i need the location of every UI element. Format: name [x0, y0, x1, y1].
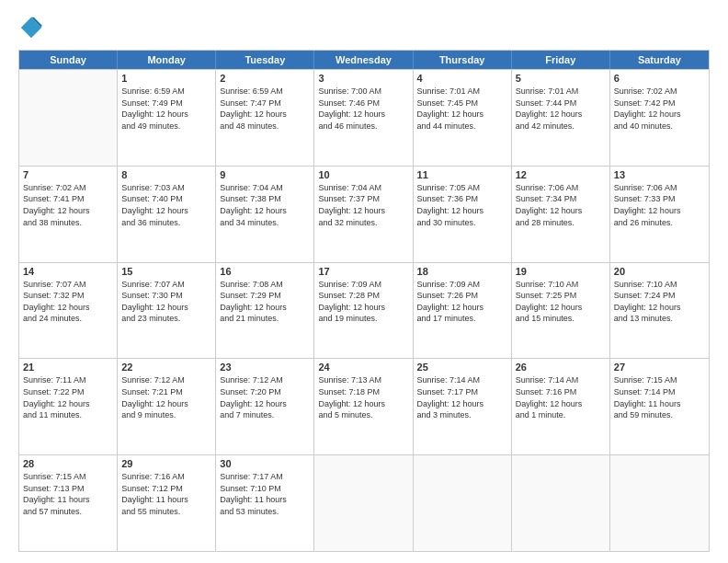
day-info: Sunrise: 7:02 AM Sunset: 7:42 PM Dayligh…	[614, 86, 705, 132]
day-info: Sunrise: 7:07 AM Sunset: 7:32 PM Dayligh…	[23, 279, 113, 325]
calendar-cell: 23Sunrise: 7:12 AM Sunset: 7:20 PM Dayli…	[216, 359, 314, 454]
day-info: Sunrise: 7:06 AM Sunset: 7:33 PM Dayligh…	[614, 182, 705, 228]
calendar-cell: 28Sunrise: 7:15 AM Sunset: 7:13 PM Dayli…	[19, 455, 118, 551]
day-info: Sunrise: 7:08 AM Sunset: 7:29 PM Dayligh…	[220, 279, 310, 325]
day-number: 30	[220, 458, 310, 469]
calendar-day-header: Sunday	[19, 51, 118, 69]
day-number: 29	[121, 458, 211, 469]
page: SundayMondayTuesdayWednesdayThursdayFrid…	[0, 0, 728, 563]
day-number: 11	[417, 169, 507, 180]
calendar-day-header: Monday	[118, 51, 216, 69]
calendar-cell: 13Sunrise: 7:06 AM Sunset: 7:33 PM Dayli…	[610, 167, 709, 262]
calendar-cell: 17Sunrise: 7:09 AM Sunset: 7:28 PM Dayli…	[314, 263, 413, 359]
day-number: 14	[23, 266, 113, 277]
day-info: Sunrise: 7:01 AM Sunset: 7:44 PM Dayligh…	[516, 86, 606, 132]
day-number: 19	[516, 266, 606, 277]
calendar-day-header: Friday	[512, 51, 610, 69]
calendar-cell: 8Sunrise: 7:03 AM Sunset: 7:40 PM Daylig…	[118, 167, 216, 262]
calendar-cell	[314, 455, 413, 551]
calendar-header: SundayMondayTuesdayWednesdayThursdayFrid…	[19, 51, 709, 69]
calendar-cell: 1Sunrise: 6:59 AM Sunset: 7:49 PM Daylig…	[118, 70, 216, 166]
day-info: Sunrise: 6:59 AM Sunset: 7:49 PM Dayligh…	[121, 86, 211, 132]
calendar-cell: 22Sunrise: 7:12 AM Sunset: 7:21 PM Dayli…	[118, 359, 216, 454]
day-number: 9	[220, 169, 310, 180]
day-info: Sunrise: 7:10 AM Sunset: 7:24 PM Dayligh…	[614, 279, 705, 325]
day-info: Sunrise: 7:09 AM Sunset: 7:28 PM Dayligh…	[318, 279, 408, 325]
day-number: 3	[318, 73, 408, 84]
day-info: Sunrise: 7:11 AM Sunset: 7:22 PM Dayligh…	[23, 374, 113, 420]
calendar-day-header: Thursday	[414, 51, 512, 69]
calendar-cell: 14Sunrise: 7:07 AM Sunset: 7:32 PM Dayli…	[19, 263, 118, 359]
day-number: 15	[121, 266, 211, 277]
day-info: Sunrise: 7:02 AM Sunset: 7:41 PM Dayligh…	[23, 182, 113, 228]
calendar-week: 1Sunrise: 6:59 AM Sunset: 7:49 PM Daylig…	[19, 69, 709, 166]
calendar-cell: 9Sunrise: 7:04 AM Sunset: 7:38 PM Daylig…	[216, 167, 314, 262]
day-number: 10	[318, 169, 408, 180]
day-info: Sunrise: 7:12 AM Sunset: 7:21 PM Dayligh…	[121, 374, 211, 420]
calendar-cell: 27Sunrise: 7:15 AM Sunset: 7:14 PM Dayli…	[610, 359, 709, 454]
day-info: Sunrise: 7:04 AM Sunset: 7:37 PM Dayligh…	[318, 182, 408, 228]
day-info: Sunrise: 7:15 AM Sunset: 7:14 PM Dayligh…	[614, 374, 705, 420]
day-number: 28	[23, 458, 113, 469]
calendar-day-header: Wednesday	[314, 51, 413, 69]
header	[18, 15, 710, 40]
calendar-body: 1Sunrise: 6:59 AM Sunset: 7:49 PM Daylig…	[19, 69, 709, 551]
calendar-cell: 2Sunrise: 6:59 AM Sunset: 7:47 PM Daylig…	[216, 70, 314, 166]
day-number: 20	[614, 266, 705, 277]
calendar-cell: 21Sunrise: 7:11 AM Sunset: 7:22 PM Dayli…	[19, 359, 118, 454]
day-info: Sunrise: 7:17 AM Sunset: 7:10 PM Dayligh…	[220, 471, 310, 517]
calendar-cell: 7Sunrise: 7:02 AM Sunset: 7:41 PM Daylig…	[19, 167, 118, 262]
calendar-cell: 10Sunrise: 7:04 AM Sunset: 7:37 PM Dayli…	[314, 167, 413, 262]
day-number: 27	[614, 362, 705, 373]
calendar-cell: 4Sunrise: 7:01 AM Sunset: 7:45 PM Daylig…	[414, 70, 512, 166]
day-number: 21	[23, 362, 113, 373]
day-info: Sunrise: 7:16 AM Sunset: 7:12 PM Dayligh…	[121, 471, 211, 517]
calendar-week: 7Sunrise: 7:02 AM Sunset: 7:41 PM Daylig…	[19, 166, 709, 262]
day-number: 7	[23, 169, 113, 180]
calendar-cell	[512, 455, 610, 551]
calendar-cell: 11Sunrise: 7:05 AM Sunset: 7:36 PM Dayli…	[414, 167, 512, 262]
day-number: 18	[417, 266, 507, 277]
calendar-cell: 16Sunrise: 7:08 AM Sunset: 7:29 PM Dayli…	[216, 263, 314, 359]
calendar-day-header: Saturday	[610, 51, 709, 69]
calendar-cell: 3Sunrise: 7:00 AM Sunset: 7:46 PM Daylig…	[314, 70, 413, 166]
day-info: Sunrise: 7:04 AM Sunset: 7:38 PM Dayligh…	[220, 182, 310, 228]
day-number: 1	[121, 73, 211, 84]
day-info: Sunrise: 7:06 AM Sunset: 7:34 PM Dayligh…	[516, 182, 606, 228]
calendar-cell: 26Sunrise: 7:14 AM Sunset: 7:16 PM Dayli…	[512, 359, 610, 454]
logo-icon	[18, 15, 44, 40]
calendar-cell	[414, 455, 512, 551]
calendar-cell: 15Sunrise: 7:07 AM Sunset: 7:30 PM Dayli…	[118, 263, 216, 359]
calendar-cell: 18Sunrise: 7:09 AM Sunset: 7:26 PM Dayli…	[414, 263, 512, 359]
day-info: Sunrise: 7:09 AM Sunset: 7:26 PM Dayligh…	[417, 279, 507, 325]
calendar-cell: 5Sunrise: 7:01 AM Sunset: 7:44 PM Daylig…	[512, 70, 610, 166]
calendar-cell: 12Sunrise: 7:06 AM Sunset: 7:34 PM Dayli…	[512, 167, 610, 262]
day-info: Sunrise: 7:05 AM Sunset: 7:36 PM Dayligh…	[417, 182, 507, 228]
day-number: 17	[318, 266, 408, 277]
day-number: 8	[121, 169, 211, 180]
day-info: Sunrise: 7:01 AM Sunset: 7:45 PM Dayligh…	[417, 86, 507, 132]
calendar-cell: 24Sunrise: 7:13 AM Sunset: 7:18 PM Dayli…	[314, 359, 413, 454]
day-number: 13	[614, 169, 705, 180]
calendar-cell: 30Sunrise: 7:17 AM Sunset: 7:10 PM Dayli…	[216, 455, 314, 551]
day-info: Sunrise: 7:12 AM Sunset: 7:20 PM Dayligh…	[220, 374, 310, 420]
calendar-day-header: Tuesday	[216, 51, 314, 69]
day-number: 24	[318, 362, 408, 373]
day-info: Sunrise: 7:13 AM Sunset: 7:18 PM Dayligh…	[318, 374, 408, 420]
day-number: 6	[614, 73, 705, 84]
calendar-week: 14Sunrise: 7:07 AM Sunset: 7:32 PM Dayli…	[19, 262, 709, 359]
day-info: Sunrise: 7:14 AM Sunset: 7:16 PM Dayligh…	[516, 374, 606, 420]
calendar: SundayMondayTuesdayWednesdayThursdayFrid…	[18, 50, 710, 552]
day-info: Sunrise: 7:15 AM Sunset: 7:13 PM Dayligh…	[23, 471, 113, 517]
day-number: 12	[516, 169, 606, 180]
calendar-cell: 6Sunrise: 7:02 AM Sunset: 7:42 PM Daylig…	[610, 70, 709, 166]
calendar-cell	[610, 455, 709, 551]
day-info: Sunrise: 7:03 AM Sunset: 7:40 PM Dayligh…	[121, 182, 211, 228]
calendar-cell: 19Sunrise: 7:10 AM Sunset: 7:25 PM Dayli…	[512, 263, 610, 359]
day-number: 25	[417, 362, 507, 373]
day-info: Sunrise: 7:14 AM Sunset: 7:17 PM Dayligh…	[417, 374, 507, 420]
day-number: 26	[516, 362, 606, 373]
day-number: 16	[220, 266, 310, 277]
day-info: Sunrise: 6:59 AM Sunset: 7:47 PM Dayligh…	[220, 86, 310, 132]
svg-marker-0	[21, 17, 41, 38]
